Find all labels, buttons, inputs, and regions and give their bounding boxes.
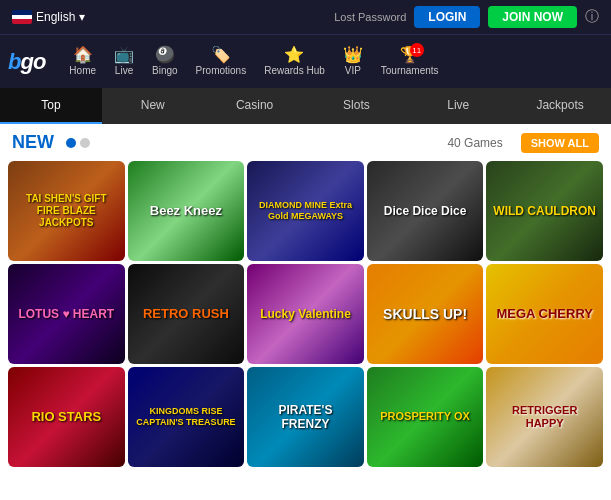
- site-logo[interactable]: bgo: [8, 49, 45, 75]
- nav-label-promotions: Promotions: [196, 65, 247, 76]
- game-card-pirates-frenzy[interactable]: PIRATE'S FRENZY: [247, 367, 364, 467]
- nav-item-promotions[interactable]: 🏷️ Promotions: [188, 43, 255, 80]
- game-title-beez-kneez: Beez Kneez: [133, 203, 238, 219]
- top-bar-actions: Lost Password LOGIN JOIN NOW ⓘ: [334, 6, 599, 28]
- nav-label-vip: VIP: [345, 65, 361, 76]
- rewards-icon: ⭐: [284, 47, 304, 63]
- nav-label-home: Home: [69, 65, 96, 76]
- nav-label-bingo: Bingo: [152, 65, 178, 76]
- tab-top[interactable]: Top: [0, 88, 102, 124]
- nav-item-tournaments[interactable]: 🏆 11 Tournaments: [373, 43, 447, 80]
- game-title-pirates-frenzy: PIRATE'S FRENZY: [253, 403, 358, 432]
- game-card-prosperity-ox[interactable]: PROSPERITY OX: [367, 367, 484, 467]
- home-icon: 🏠: [73, 47, 93, 63]
- game-title-mega-cherry: MEGA CHERRY: [492, 306, 597, 322]
- nav-item-bingo[interactable]: 🎱 Bingo: [144, 43, 186, 80]
- game-title-rio-stars: RIO STARS: [14, 409, 119, 425]
- game-title-skulls-up: SKULLS UP!: [373, 306, 478, 323]
- tab-new[interactable]: New: [102, 88, 204, 124]
- nav-label-tournaments: Tournaments: [381, 65, 439, 76]
- nav-item-live[interactable]: 📺 Live: [106, 43, 142, 80]
- bingo-icon: 🎱: [155, 47, 175, 63]
- game-title-diamond-mine: DIAMOND MINE Extra Gold MEGAWAYS: [253, 200, 358, 222]
- game-card-lotus-heart[interactable]: LOTUS ♥ HEART: [8, 264, 125, 364]
- nav-bar: bgo 🏠 Home 📺 Live 🎱 Bingo 🏷️ Promotions …: [0, 34, 611, 88]
- game-title-retrigger-happy: RETRIGGER HAPPY: [492, 404, 597, 430]
- tab-jackpots[interactable]: Jackpots: [509, 88, 611, 124]
- game-card-diamond-mine[interactable]: DIAMOND MINE Extra Gold MEGAWAYS: [247, 161, 364, 261]
- promotions-icon: 🏷️: [211, 47, 231, 63]
- nav-items: 🏠 Home 📺 Live 🎱 Bingo 🏷️ Promotions ⭐ Re…: [61, 43, 603, 80]
- nav-item-home[interactable]: 🏠 Home: [61, 43, 104, 80]
- game-card-skulls-up[interactable]: SKULLS UP!: [367, 264, 484, 364]
- section-header: NEW 40 Games SHOW ALL: [0, 124, 611, 157]
- game-card-tai-shen[interactable]: TAI SHEN'S GIFT FIRE BLAZE JACKPOTS: [8, 161, 125, 261]
- game-title-prosperity-ox: PROSPERITY OX: [373, 410, 478, 423]
- show-all-button[interactable]: SHOW ALL: [521, 133, 599, 153]
- nav-label-rewards: Rewards Hub: [264, 65, 325, 76]
- category-tabs: Top New Casino Slots Live Jackpots: [0, 88, 611, 124]
- game-card-retrigger-happy[interactable]: RETRIGGER HAPPY: [486, 367, 603, 467]
- join-button[interactable]: JOIN NOW: [488, 6, 577, 28]
- dot-1[interactable]: [66, 138, 76, 148]
- language-selector[interactable]: English ▾: [12, 10, 85, 24]
- vip-icon: 👑: [343, 47, 363, 63]
- flag-icon: [12, 10, 32, 24]
- login-button[interactable]: LOGIN: [414, 6, 480, 28]
- lost-password-link[interactable]: Lost Password: [334, 11, 406, 23]
- dot-2[interactable]: [80, 138, 90, 148]
- top-bar: English ▾ Lost Password LOGIN JOIN NOW ⓘ: [0, 0, 611, 34]
- tab-slots[interactable]: Slots: [305, 88, 407, 124]
- nav-label-live: Live: [115, 65, 133, 76]
- game-card-wild-cauldron[interactable]: WILD CAULDRON: [486, 161, 603, 261]
- tournaments-badge: 11: [410, 43, 424, 57]
- game-title-captains-treasure: KINGDOMS RISE CAPTAIN'S TREASURE: [133, 406, 238, 428]
- nav-item-rewards[interactable]: ⭐ Rewards Hub: [256, 43, 333, 80]
- section-title: NEW: [12, 132, 54, 153]
- game-title-wild-cauldron: WILD CAULDRON: [492, 204, 597, 218]
- nav-item-vip[interactable]: 👑 VIP: [335, 43, 371, 80]
- main-content: NEW 40 Games SHOW ALL TAI SHEN'S GIFT FI…: [0, 124, 611, 500]
- game-card-beez-kneez[interactable]: Beez Kneez: [128, 161, 245, 261]
- game-card-retro-rush[interactable]: RETRO RUSH: [128, 264, 245, 364]
- tab-casino[interactable]: Casino: [204, 88, 306, 124]
- game-card-rio-stars[interactable]: RIO STARS: [8, 367, 125, 467]
- games-grid: TAI SHEN'S GIFT FIRE BLAZE JACKPOTS Beez…: [0, 157, 611, 471]
- language-label: English: [36, 10, 75, 24]
- game-count: 40 Games: [447, 136, 502, 150]
- game-title-lotus-heart: LOTUS ♥ HEART: [14, 307, 119, 321]
- game-card-captains-treasure[interactable]: KINGDOMS RISE CAPTAIN'S TREASURE: [128, 367, 245, 467]
- game-title-lucky-valentine: Lucky Valentine: [253, 307, 358, 321]
- game-title-dice: Dice Dice Dice: [373, 204, 478, 218]
- game-card-lucky-valentine[interactable]: Lucky Valentine: [247, 264, 364, 364]
- game-title-retro-rush: RETRO RUSH: [133, 306, 238, 322]
- chevron-down-icon: ▾: [79, 10, 85, 24]
- live-icon: 📺: [114, 47, 134, 63]
- info-icon[interactable]: ⓘ: [585, 8, 599, 26]
- game-title-tai-shen: TAI SHEN'S GIFT FIRE BLAZE JACKPOTS: [14, 193, 119, 229]
- game-card-dice[interactable]: Dice Dice Dice: [367, 161, 484, 261]
- tab-live[interactable]: Live: [407, 88, 509, 124]
- pagination-dots: [66, 138, 90, 148]
- game-card-mega-cherry[interactable]: MEGA CHERRY: [486, 264, 603, 364]
